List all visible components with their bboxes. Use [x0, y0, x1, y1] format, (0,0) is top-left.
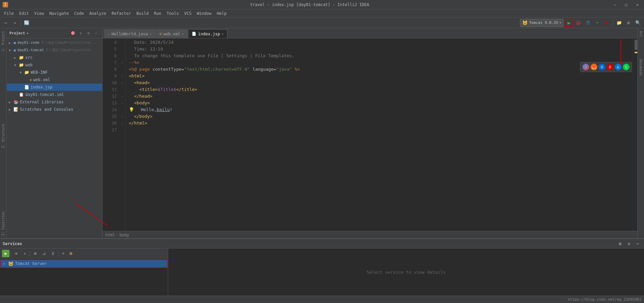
- sidebar-expand-button[interactable]: ⇅: [77, 30, 84, 37]
- editor-scrollbar[interactable]: [633, 38, 637, 231]
- settings-button[interactable]: ⚙: [624, 19, 633, 27]
- tree-item-iml[interactable]: ▶ 📋 day01-tomcat.iml: [7, 91, 102, 98]
- art-tab[interactable]: Art: [639, 28, 643, 40]
- svc-filter2-btn[interactable]: ⊻: [49, 250, 56, 257]
- safari-icon[interactable]: S: [623, 64, 630, 70]
- fold-10[interactable]: −: [119, 79, 125, 86]
- tree-item-web-xml[interactable]: ▶ ⚙ web.xml: [7, 76, 102, 83]
- tree-item-day01-code[interactable]: ▶ ◼ day01-code E:\项目\IdeaProjects\trav..…: [7, 39, 102, 46]
- edge-icon[interactable]: e: [615, 64, 621, 70]
- sidebar-close-button[interactable]: −: [93, 30, 100, 37]
- close-button[interactable]: ✕: [634, 2, 641, 7]
- code-text-5: Time: 12:19: [129, 46, 163, 53]
- sync-button[interactable]: 🔄: [23, 19, 31, 27]
- fold-4: [119, 39, 125, 46]
- tree-item-ext-libs[interactable]: ▶ 📚 External Libraries: [7, 98, 102, 106]
- services-run-button[interactable]: ▶: [2, 250, 9, 257]
- code-html-close: </html>: [129, 120, 147, 127]
- project-sidebar: Project ▾ 🎯 ⇅ ⚙ − ▶ ◼ day01-code E:\项目\I…: [7, 28, 103, 238]
- tree-item-index-jsp[interactable]: ▶ 📄 index.jsp: [7, 83, 102, 91]
- svc-filter-btn[interactable]: ⊿: [40, 250, 48, 257]
- code-indent-12: [129, 93, 134, 100]
- z-favorites-tab[interactable]: Z: Favorites: [1, 209, 5, 238]
- services-close-button[interactable]: −: [634, 240, 641, 247]
- tree-item-scratches[interactable]: ▶ 📝 Scratches and Consoles: [7, 106, 102, 113]
- structure-tab[interactable]: 1: Project: [1, 28, 5, 54]
- menu-bar: File Edit View Navigate Code Analyze Ref…: [0, 9, 644, 18]
- run-button[interactable]: ▶: [565, 19, 573, 27]
- fold-7[interactable]: −: [119, 59, 125, 66]
- menu-edit[interactable]: Edit: [16, 10, 32, 16]
- minimize-button[interactable]: −: [611, 2, 619, 7]
- tab-web-xml[interactable]: ⚙ web.xml ✕: [156, 29, 188, 38]
- menu-view[interactable]: View: [32, 10, 47, 16]
- menu-run[interactable]: Run: [151, 10, 164, 16]
- tab-close-hello-world[interactable]: ✕: [150, 32, 152, 36]
- menu-file[interactable]: File: [1, 10, 16, 16]
- tree-arrow-web: ▼: [14, 63, 19, 67]
- svc-add-btn[interactable]: +: [60, 250, 67, 257]
- fold-13[interactable]: −: [119, 100, 125, 106]
- code-indent-14: Hello,: [136, 106, 157, 113]
- tree-item-day01-tomcat[interactable]: ▼ ◼ day01-tomcat E:\项目\IdeaProjects\tr..…: [7, 46, 102, 54]
- svc-collapse-btn[interactable]: ≡: [12, 250, 20, 257]
- code-body-close: </body>: [134, 113, 153, 120]
- menu-analyze[interactable]: Analyze: [86, 10, 109, 16]
- window-controls[interactable]: − □ ✕: [611, 2, 641, 7]
- svc-group-btn[interactable]: ⊞: [32, 250, 39, 257]
- title-bar-controls: I: [3, 2, 8, 7]
- project-dropdown-icon[interactable]: ▾: [26, 31, 29, 36]
- services-settings-button[interactable]: ⚙: [625, 240, 633, 247]
- favorites-tab[interactable]: Z: Structure: [1, 121, 5, 151]
- ln-16: 16: [103, 120, 119, 127]
- tab-close-index-jsp[interactable]: ✕: [222, 32, 224, 36]
- forward-button[interactable]: →: [11, 19, 19, 27]
- chrome-icon[interactable]: G: [582, 64, 589, 70]
- menu-refactor[interactable]: Refactor: [109, 10, 134, 16]
- search-button[interactable]: 🔍: [634, 19, 642, 27]
- code-indent-10: [129, 79, 134, 86]
- sidebar-settings-button[interactable]: ⚙: [85, 30, 92, 37]
- tree-item-web-inf[interactable]: ▼ 📁 WEB-INF: [7, 69, 102, 76]
- fold-16[interactable]: −: [119, 120, 125, 127]
- tab-index-jsp[interactable]: 📄 index.jsp ✕: [188, 29, 227, 38]
- tree-item-src[interactable]: ▶ 📁 src: [7, 54, 102, 61]
- fold-12[interactable]: −: [119, 93, 125, 100]
- tab-close-web-xml[interactable]: ✕: [182, 32, 184, 36]
- services-tomcat-item[interactable]: ▶ 🐱 Tomcat Server: [0, 259, 168, 268]
- menu-help[interactable]: Help: [214, 10, 229, 16]
- profile-button[interactable]: ⏱: [584, 19, 592, 27]
- menu-vcs[interactable]: VCS: [182, 10, 194, 16]
- project-structure-button[interactable]: 📁: [615, 19, 623, 27]
- menu-navigate[interactable]: Navigate: [47, 10, 72, 16]
- coverage-button[interactable]: ☂: [593, 19, 601, 27]
- opera-icon[interactable]: O: [599, 64, 605, 70]
- fold-15[interactable]: −: [119, 113, 125, 120]
- window-title: travel - index.jsp [day01-tomcat] - Inte…: [250, 2, 369, 7]
- stop-button[interactable]: ◼: [603, 19, 611, 27]
- menu-code[interactable]: Code: [72, 10, 87, 16]
- opera2-icon[interactable]: O: [607, 64, 613, 70]
- menu-tools[interactable]: Tools: [164, 10, 182, 16]
- menu-window[interactable]: Window: [194, 10, 214, 16]
- firefox-icon[interactable]: 🦊: [591, 64, 597, 70]
- services-panel-header: Services ⊞ ⚙ −: [0, 239, 644, 248]
- fold-9[interactable]: −: [119, 73, 125, 79]
- maximize-button[interactable]: □: [622, 2, 630, 7]
- red-arrow-head: [619, 62, 622, 65]
- menu-build[interactable]: Build: [134, 10, 151, 16]
- tree-item-web[interactable]: ▼ 📁 web: [7, 61, 102, 69]
- svc-expand-all-btn[interactable]: ⇕: [21, 250, 29, 257]
- breadcrumb-sep1: ›: [116, 233, 118, 237]
- debug-button[interactable]: 🐞: [574, 19, 582, 27]
- services-panel: Services ⊞ ⚙ − ▶ ≡ ⇕ ⊞ ⊿ ⊻ + ⚙: [0, 238, 644, 296]
- services-expand-button[interactable]: ⊞: [616, 240, 624, 247]
- scroll-thumb[interactable]: [635, 40, 637, 50]
- database-tab[interactable]: Database: [639, 57, 643, 78]
- sidebar-locate-button[interactable]: 🎯: [70, 30, 76, 37]
- tab-hello-world[interactable]: ☕ HelloWorld.java ✕: [104, 29, 155, 38]
- svc-sep1: [11, 251, 11, 256]
- code-editor[interactable]: Date: 2020/5/24 Time: 12:19 To change th…: [125, 38, 633, 231]
- back-button[interactable]: ←: [2, 19, 10, 27]
- run-config-dropdown[interactable]: 🐱 Tomcat 9.0.35 ▼: [520, 19, 564, 27]
